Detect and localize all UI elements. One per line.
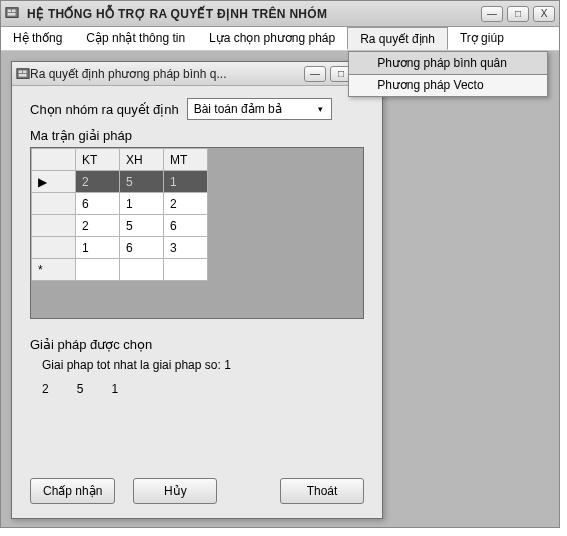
main-titlebar: HỆ THỐNG HỖ TRỢ RA QUYẾT ĐỊNH TRÊN NHÓM … [1,1,559,27]
main-maximize-button[interactable]: □ [507,6,529,22]
cell[interactable]: 1 [76,237,120,259]
matrix-label: Ma trận giải pháp [30,128,364,143]
cell[interactable]: 5 [120,171,164,193]
col-header-xh[interactable]: XH [120,149,164,171]
cell[interactable] [164,259,208,281]
group-label: Chọn nhóm ra quyết định [30,102,179,117]
col-header-kt[interactable]: KT [76,149,120,171]
child-titlebar: Ra quyết định phương pháp bình q... — □ … [12,62,382,86]
row-marker [32,237,76,259]
new-row-marker: * [32,259,76,281]
cell[interactable]: 6 [164,215,208,237]
cell[interactable]: 5 [120,215,164,237]
svg-rect-4 [17,68,29,78]
cell[interactable]: 6 [76,193,120,215]
cell[interactable] [120,259,164,281]
table-row[interactable]: 2 5 6 [32,215,208,237]
group-combobox-value: Bài toán đảm bả [194,102,313,116]
matrix-table: KT XH MT ▶ 2 5 1 6 1 [31,148,208,281]
result-value: 5 [77,382,84,396]
svg-rect-3 [8,13,16,16]
main-window-controls: — □ X [481,6,555,22]
cell[interactable]: 3 [164,237,208,259]
result-label: Giải pháp được chọn [30,337,364,352]
mdi-client-area: Ra quyết định phương pháp bình q... — □ … [1,51,559,527]
menu-tro-giup[interactable]: Trợ giúp [448,27,516,50]
table-row[interactable]: ▶ 2 5 1 [32,171,208,193]
table-row[interactable]: 6 1 2 [32,193,208,215]
menu-ra-quyet-dinh-label: Ra quyết định [360,32,435,46]
main-close-button[interactable]: X [533,6,555,22]
col-header-mt[interactable]: MT [164,149,208,171]
main-minimize-button[interactable]: — [481,6,503,22]
cell[interactable]: 1 [120,193,164,215]
svg-rect-5 [19,70,23,73]
cell[interactable] [76,259,120,281]
dropdown-binh-quan[interactable]: Phương pháp bình quân [348,51,548,75]
menubar: Hệ thống Cập nhật thông tin Lựa chọn phư… [1,27,559,51]
app-icon [5,6,21,22]
result-value: 2 [42,382,49,396]
row-marker [32,193,76,215]
exit-button[interactable]: Thoát [280,478,364,504]
accept-button[interactable]: Chấp nhận [30,478,115,504]
child-window: Ra quyết định phương pháp bình q... — □ … [11,61,383,519]
corner-header [32,149,76,171]
result-value: 1 [111,382,118,396]
table-header-row: KT XH MT [32,149,208,171]
button-row: Chấp nhận Hủy Thoát [30,478,364,504]
cell[interactable]: 2 [76,215,120,237]
result-line: Giai phap tot nhat la giai phap so: 1 [42,358,364,372]
cell[interactable]: 1 [164,171,208,193]
row-marker [32,215,76,237]
cell[interactable]: 2 [164,193,208,215]
child-body: Chọn nhóm ra quyết định Bài toán đảm bả … [12,86,382,408]
button-spacer [235,478,262,504]
child-window-icon [16,67,30,81]
table-row[interactable]: 1 6 3 [32,237,208,259]
main-title: HỆ THỐNG HỖ TRỢ RA QUYẾT ĐỊNH TRÊN NHÓM [27,7,481,21]
svg-rect-2 [12,9,16,12]
menu-dropdown: Phương pháp bình quân Phương pháp Vecto [348,51,548,97]
main-window: HỆ THỐNG HỖ TRỢ RA QUYẾT ĐỊNH TRÊN NHÓM … [0,0,560,528]
cell[interactable]: 6 [120,237,164,259]
cell[interactable]: 2 [76,171,120,193]
menu-lua-chon[interactable]: Lựa chọn phương pháp [197,27,347,50]
cancel-button[interactable]: Hủy [133,478,217,504]
svg-rect-7 [19,74,27,77]
menu-ra-quyet-dinh[interactable]: Ra quyết định Phương pháp bình quân Phươ… [347,27,448,50]
child-title: Ra quyết định phương pháp bình q... [30,67,304,81]
svg-rect-1 [8,9,12,12]
table-new-row[interactable]: * [32,259,208,281]
row-marker: ▶ [32,171,76,193]
group-combobox[interactable]: Bài toán đảm bả ▾ [187,98,332,120]
menu-he-thong[interactable]: Hệ thống [1,27,74,50]
chevron-down-icon[interactable]: ▾ [313,104,329,114]
result-values: 2 5 1 [42,382,364,396]
svg-rect-0 [6,7,18,17]
dropdown-vecto[interactable]: Phương pháp Vecto [349,74,547,96]
child-minimize-button[interactable]: — [304,66,326,82]
group-row: Chọn nhóm ra quyết định Bài toán đảm bả … [30,98,364,120]
menu-cap-nhat[interactable]: Cập nhật thông tin [74,27,197,50]
matrix-grid[interactable]: KT XH MT ▶ 2 5 1 6 1 [30,147,364,319]
svg-rect-6 [23,70,27,73]
